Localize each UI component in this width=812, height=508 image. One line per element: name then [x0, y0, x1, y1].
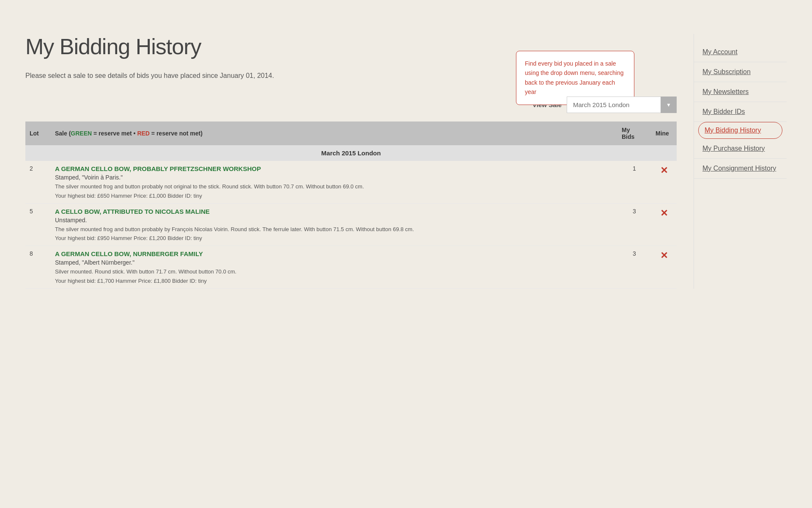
lot-number-1: 5	[25, 203, 51, 246]
item-subtitle-2: Stamped, "Albert Nürnberger."	[55, 259, 613, 266]
x-mark-icon-2: ✕	[660, 250, 668, 261]
view-sale-bar: View Sale March 2015 London	[25, 97, 677, 113]
sidebar-item-my-newsletters[interactable]: My Newsletters	[694, 82, 787, 102]
item-details-1: A CELLO BOW, ATTRIBUTED TO NICOLAS MALIN…	[51, 203, 617, 246]
item-subtitle-1: Unstamped.	[55, 217, 613, 224]
item-subtitle-0: Stamped, "Voirin à Paris."	[55, 174, 613, 181]
item-bid-info-1: Your highest bid: £950 Hammer Price: £1,…	[55, 235, 613, 241]
item-description-0: The silver mounted frog and button proba…	[55, 182, 613, 191]
th-lot: Lot	[25, 121, 51, 145]
table-row: 5 A CELLO BOW, ATTRIBUTED TO NICOLAS MAL…	[25, 203, 677, 246]
view-sale-dropdown-wrapper: March 2015 London	[567, 97, 677, 113]
item-description-2: Silver mounted. Round stick. With button…	[55, 268, 613, 276]
item-details-0: A GERMAN CELLO BOW, PROBABLY PFRETZSCHNE…	[51, 161, 617, 203]
item-description-1: The silver mounted frog and button proba…	[55, 225, 613, 234]
tooltip-text: Find every bid you placed in a sale usin…	[525, 60, 623, 95]
item-title-2[interactable]: A GERMAN CELLO BOW, NURNBERGER FAMILY	[55, 250, 613, 257]
item-bid-info-0: Your highest bid: £650 Hammer Price: £1,…	[55, 193, 613, 199]
mybids-count-1: 3	[617, 203, 651, 246]
table-row: 8 A GERMAN CELLO BOW, NURNBERGER FAMILY …	[25, 246, 677, 289]
table-body: March 2015 London 2 A GERMAN CELLO BOW, …	[25, 145, 677, 288]
item-title-1[interactable]: A CELLO BOW, ATTRIBUTED TO NICOLAS MALIN…	[55, 208, 613, 215]
th-sale: Sale (GREEN = reserve met • RED = reserv…	[51, 121, 617, 145]
lot-number-2: 8	[25, 246, 51, 289]
item-title-0[interactable]: A GERMAN CELLO BOW, PROBABLY PFRETZSCHNE…	[55, 165, 613, 172]
sidebar-item-my-bidder-ids[interactable]: My Bidder IDs	[694, 102, 787, 122]
table-header-row: Lot Sale (GREEN = reserve met • RED = re…	[25, 121, 677, 145]
th-mine: Mine	[651, 121, 677, 145]
mine-cell-2: ✕	[651, 246, 677, 289]
x-mark-icon-0: ✕	[660, 165, 668, 176]
lot-number-0: 2	[25, 161, 51, 203]
red-label: RED	[137, 130, 150, 137]
mine-cell-0: ✕	[651, 161, 677, 203]
sidebar-item-my-consignment-history[interactable]: My Consignment History	[694, 159, 787, 179]
th-my-bids: MyBids	[617, 121, 651, 145]
bids-table: Lot Sale (GREEN = reserve met • RED = re…	[25, 121, 677, 289]
view-sale-dropdown[interactable]: March 2015 London	[567, 97, 677, 113]
green-label: GREEN	[71, 130, 92, 137]
sidebar-item-my-bidding-history[interactable]: My Bidding History	[698, 122, 782, 139]
sidebar: My AccountMy SubscriptionMy NewslettersM…	[694, 34, 787, 289]
x-mark-icon-1: ✕	[660, 208, 668, 218]
sale-group-header: March 2015 London	[25, 145, 677, 161]
table-row: 2 A GERMAN CELLO BOW, PROBABLY PFRETZSCH…	[25, 161, 677, 203]
sidebar-item-my-account[interactable]: My Account	[694, 42, 787, 62]
mybids-count-2: 3	[617, 246, 651, 289]
item-bid-info-2: Your highest bid: £1,700 Hammer Price: £…	[55, 278, 613, 284]
sidebar-item-my-subscription[interactable]: My Subscription	[694, 62, 787, 82]
mybids-count-0: 1	[617, 161, 651, 203]
mine-cell-1: ✕	[651, 203, 677, 246]
item-details-2: A GERMAN CELLO BOW, NURNBERGER FAMILY St…	[51, 246, 617, 289]
sidebar-item-my-purchase-history[interactable]: My Purchase History	[694, 139, 787, 159]
